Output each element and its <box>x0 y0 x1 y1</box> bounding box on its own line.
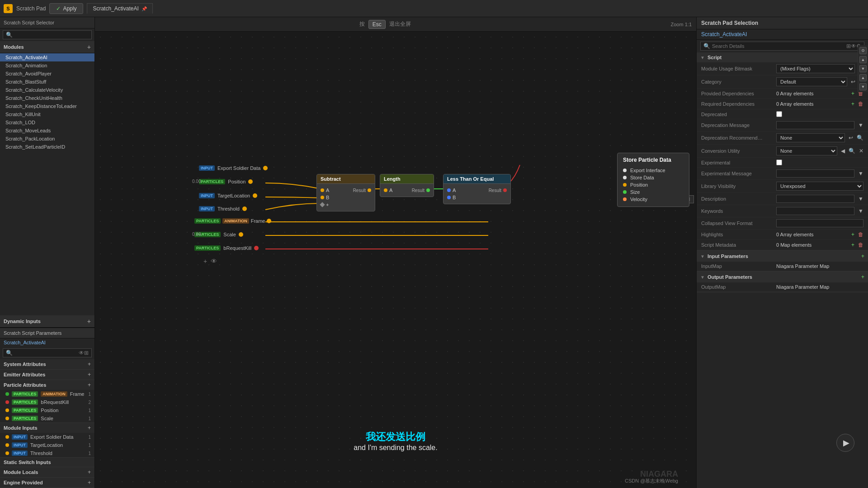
particle-attributes-header[interactable]: Particle Attributes + <box>0 380 94 390</box>
right-search-input[interactable] <box>712 43 846 49</box>
icon-search-conversion[interactable]: 🔍 <box>849 148 855 154</box>
emitter-attributes-header[interactable]: Emitter Attributes + <box>0 370 94 380</box>
spd-velocity[interactable]: Velocity <box>623 196 684 203</box>
right-search-bar[interactable]: 🔍 ⊞ 👁 ⚙ <box>700 42 864 51</box>
icon-del-required[interactable]: 🗑 <box>858 101 863 107</box>
particle-add-icon[interactable]: + <box>88 382 91 388</box>
graph-add-icon[interactable]: + <box>203 258 207 265</box>
module-item-keepdist[interactable]: Scratch_KeepDistanceToLeader <box>0 102 94 110</box>
checkbox-experimental[interactable] <box>776 160 782 165</box>
dropdown-deprecation-rec[interactable]: None <box>776 133 845 142</box>
param-item-target[interactable]: INPUT TargetLocation 1 <box>0 441 94 449</box>
icon-add-required[interactable]: + <box>851 101 854 107</box>
module-inputs-header[interactable]: Module Inputs + <box>0 423 94 433</box>
icon-clear-conversion[interactable]: ✕ <box>859 148 863 154</box>
icon-add-metadata[interactable]: + <box>851 242 854 248</box>
module-item-packlocation[interactable]: Scratch_PackLocation <box>0 135 94 143</box>
icon-add-input-param[interactable]: + <box>861 253 864 259</box>
module-item-blaststuff[interactable]: Scratch_BlastStuff <box>0 78 94 86</box>
edge-btn-4[interactable]: ▲ <box>859 74 867 81</box>
edge-btn-1[interactable]: ⚙ <box>859 47 867 54</box>
dynamic-inputs-add-icon[interactable]: + <box>87 318 91 325</box>
module-item-calcvelocity[interactable]: Scratch_CalculateVelocity <box>0 86 94 94</box>
graph-eye-icon[interactable]: 👁 <box>211 258 217 265</box>
edge-btn-5[interactable]: ▼ <box>859 83 867 90</box>
less-than-node[interactable]: Less Than Or Equal A Result B <box>443 174 511 204</box>
module-locals-add-icon[interactable]: + <box>88 469 91 475</box>
icon-add-highlights[interactable]: + <box>851 231 854 238</box>
video-play-button[interactable]: ▶ <box>836 434 854 452</box>
module-search-bar[interactable]: 🔍 <box>3 30 92 39</box>
dropdown-category[interactable]: Default <box>776 77 847 86</box>
module-item-lod[interactable]: Scratch_LOD <box>0 118 94 127</box>
script-section-header[interactable]: ▼ Script <box>697 52 868 62</box>
icon-dropdown-description[interactable]: ▼ <box>858 196 863 202</box>
param-item-scale[interactable]: PARTICLES Scale 1 <box>0 414 94 422</box>
input-collapsed-view[interactable] <box>776 219 863 227</box>
icon-del-highlights[interactable]: 🗑 <box>858 231 863 238</box>
module-item-checkunit[interactable]: Scratch_CheckUnitHealth <box>0 94 94 102</box>
right-eye-icon[interactable]: 👁 <box>851 43 856 49</box>
spd-position[interactable]: Position <box>623 181 684 188</box>
module-item-activateai[interactable]: Scratch_ActivateAI <box>0 53 94 61</box>
module-item-moveleads[interactable]: Scratch_MoveLeads <box>0 127 94 135</box>
modules-section-header[interactable]: Modules + <box>0 41 94 53</box>
modules-add-icon[interactable]: + <box>87 43 91 51</box>
icon-search-deprecation[interactable]: 🔍 <box>857 135 863 141</box>
subtract-node[interactable]: Subtract A Result B + <box>316 174 375 211</box>
system-add-icon[interactable]: + <box>88 361 91 367</box>
engine-provided-add-icon[interactable]: + <box>88 479 91 486</box>
module-item-animation[interactable]: Scratch_Animation <box>0 61 94 70</box>
input-description[interactable] <box>776 195 854 203</box>
icon-dropdown-deprecation[interactable]: ▼ <box>858 122 863 128</box>
edge-btn-2[interactable]: ▲ <box>859 56 867 63</box>
tab-scratch-activateai[interactable]: Scratch_ActivateAI 📌 <box>87 3 152 14</box>
input-params-header[interactable]: ▼ Input Parameters + <box>697 251 868 262</box>
icon-dropdown-keywords[interactable]: ▼ <box>858 208 863 214</box>
exit-fullscreen-btn[interactable]: 退出全屏 <box>389 20 411 28</box>
esc-button[interactable]: Esc <box>368 20 386 29</box>
input-deprecation-msg[interactable] <box>776 121 854 129</box>
engine-provided-header[interactable]: Engine Provided + <box>0 478 94 488</box>
spd-size[interactable]: Size <box>623 188 684 196</box>
system-attributes-header[interactable]: System Attributes + <box>0 359 94 369</box>
output-params-header[interactable]: ▼ Output Parameters + <box>697 272 868 282</box>
emitter-add-icon[interactable]: + <box>88 371 91 378</box>
dropdown-library-visibility[interactable]: Unexposed <box>776 182 863 191</box>
store-particle-data-node[interactable]: Store Particle Data Export Interface Sto… <box>617 153 689 207</box>
param-item-position[interactable]: PARTICLES Position 1 <box>0 406 94 414</box>
param-item-export[interactable]: INPUT Export Soldier Data 1 <box>0 433 94 441</box>
module-inputs-add-icon[interactable]: + <box>88 425 91 431</box>
length-node[interactable]: Length A Result <box>380 174 434 197</box>
dynamic-inputs-header[interactable]: Dynamic Inputs + <box>0 315 94 328</box>
module-search-input[interactable] <box>14 32 89 38</box>
icon-del-metadata[interactable]: 🗑 <box>858 242 863 248</box>
param-item-threshold[interactable]: INPUT Threshold 1 <box>0 449 94 457</box>
spd-export-interface[interactable]: Export Interface <box>623 167 684 174</box>
params-search-bar[interactable]: 🔍 👁 ⊞ <box>3 348 92 357</box>
input-experimental-msg[interactable] <box>776 169 854 178</box>
icon-add-output-param[interactable]: + <box>861 274 864 280</box>
dropdown-module-usage[interactable]: (Mixed Flags) <box>776 64 855 73</box>
dropdown-conversion[interactable]: None <box>776 146 837 155</box>
icon-dropdown-experimental[interactable]: ▼ <box>858 170 863 177</box>
eye-icon[interactable]: 👁 <box>79 350 84 356</box>
param-item-bRequestKill[interactable]: PARTICLES bRequestKill 2 <box>0 398 94 406</box>
module-locals-header[interactable]: Module Locals + <box>0 467 94 477</box>
params-search-input[interactable] <box>14 350 79 356</box>
apply-button[interactable]: ✓ Apply <box>49 3 83 14</box>
icon-prev-conversion[interactable]: ◀ <box>841 148 845 154</box>
input-keywords[interactable] <box>776 207 854 215</box>
param-item-frame[interactable]: PARTICLES ANIMATION Frame 1 <box>0 390 94 398</box>
icon-add-provided[interactable]: + <box>851 90 854 97</box>
node-graph[interactable]: INPUT Export Soldier Data PARTICLES Posi… <box>95 32 696 488</box>
static-switch-header[interactable]: Static Switch Inputs <box>0 458 94 467</box>
module-item-killunit[interactable]: Scratch_KillUnit <box>0 110 94 118</box>
module-item-avoidplayer[interactable]: Scratch_AvoidPlayer <box>0 70 94 78</box>
module-item-setleadparticle[interactable]: Scratch_SetLeadParticleID <box>0 143 94 151</box>
edge-btn-3[interactable]: ▼ <box>859 65 867 72</box>
spd-store-data[interactable]: Store Data <box>623 174 684 181</box>
checkbox-deprecated[interactable] <box>776 111 782 117</box>
icon-reset-category[interactable]: ↩ <box>851 79 855 85</box>
right-view-icon[interactable]: ⊞ <box>846 43 851 49</box>
